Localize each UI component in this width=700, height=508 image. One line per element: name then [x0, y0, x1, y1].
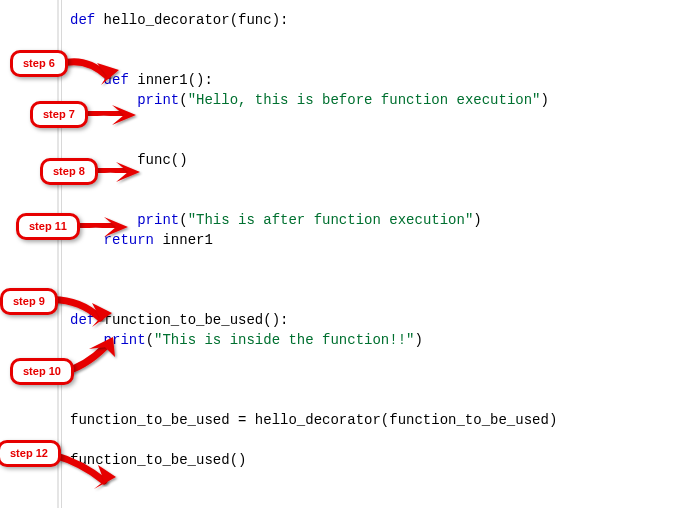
string-literal: "Hello, this is before function executio… [188, 92, 541, 108]
func-call: func() [137, 152, 187, 168]
indent [70, 72, 104, 88]
kw-def: def [70, 312, 95, 328]
code-editor: def hello_decorator(func): def inner1():… [0, 0, 700, 508]
kw-print: print [137, 92, 179, 108]
string-literal: "This is after function execution" [188, 212, 474, 228]
paren: ( [146, 332, 154, 348]
paren: ) [541, 92, 549, 108]
return-val: inner1 [154, 232, 213, 248]
callout-step-7: step 7 [30, 101, 88, 128]
fn-name: function_to_be_used(): [95, 312, 288, 328]
kw-return: return [104, 232, 154, 248]
kw-def: def [70, 12, 95, 28]
callout-step-9: step 9 [0, 288, 58, 315]
paren: ( [179, 92, 187, 108]
assign-line: function_to_be_used = hello_decorator(fu… [70, 412, 557, 428]
string-literal: "This is inside the function!!" [154, 332, 414, 348]
kw-print: print [104, 332, 146, 348]
indent [70, 332, 104, 348]
kw-print: print [137, 212, 179, 228]
call-line: function_to_be_used() [70, 452, 246, 468]
fn-name: hello_decorator(func): [95, 12, 288, 28]
paren: ) [473, 212, 481, 228]
paren: ) [414, 332, 422, 348]
callout-step-12: step 12 [0, 440, 61, 467]
callout-step-11: step 11 [16, 213, 80, 240]
callout-step-8: step 8 [40, 158, 98, 185]
fn-name: inner1(): [129, 72, 213, 88]
paren: ( [179, 212, 187, 228]
callout-step-6: step 6 [10, 50, 68, 77]
callout-step-10: step 10 [10, 358, 74, 385]
indent [70, 212, 137, 228]
code-block: def hello_decorator(func): def inner1():… [70, 10, 557, 470]
kw-def: def [104, 72, 129, 88]
